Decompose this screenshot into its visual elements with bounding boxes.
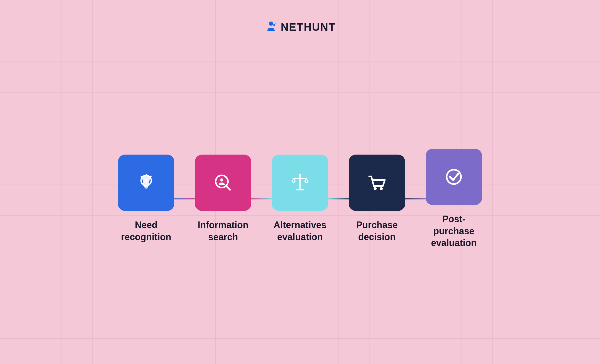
logo-text: NETHUNT (281, 21, 336, 33)
step-label-1: Need recognition (121, 219, 171, 243)
svg-line-5 (151, 176, 151, 177)
step-box-3 (272, 155, 328, 211)
connector-1 (174, 198, 195, 199)
search-icon (212, 171, 235, 194)
svg-point-22 (380, 187, 383, 190)
step-box-5 (426, 149, 482, 205)
step-item-1: Need recognition (118, 155, 174, 243)
step-label-3: Alternatives evaluation (274, 219, 326, 243)
svg-line-16 (292, 178, 294, 181)
step-box-4 (349, 155, 405, 211)
step-item-2: Information search (195, 155, 251, 243)
svg-line-4 (141, 176, 142, 177)
svg-point-21 (374, 187, 377, 190)
step-item-5: Post-purchase evaluation (426, 149, 482, 249)
svg-point-12 (220, 178, 223, 181)
svg-rect-9 (145, 188, 147, 189)
svg-point-0 (269, 22, 273, 26)
cart-icon (365, 171, 388, 194)
step-box-2 (195, 155, 251, 211)
svg-point-23 (447, 170, 461, 184)
step-label-2: Information search (198, 219, 248, 243)
connector-2 (251, 198, 272, 199)
svg-line-19 (306, 178, 308, 181)
connector-4 (405, 198, 426, 199)
step-label-5: Post-purchase evaluation (426, 213, 482, 249)
step-item-4: Purchase decision (349, 155, 405, 243)
step-box-1 (118, 155, 174, 211)
svg-line-11 (226, 186, 230, 190)
svg-point-15 (299, 174, 301, 176)
header: NETHUNT (264, 21, 336, 34)
svg-rect-8 (144, 187, 148, 188)
nethunt-logo-icon (264, 21, 278, 34)
checkmark-icon (442, 165, 465, 188)
step-label-4: Purchase decision (356, 219, 398, 243)
page-container: NETHUNT (0, 0, 600, 364)
diagram-area: Need recognition (0, 34, 600, 364)
scales-icon (288, 171, 312, 194)
connector-3 (328, 198, 349, 199)
step-item-3: Alternatives evaluation (272, 155, 328, 243)
diagram-wrapper: Need recognition (118, 149, 482, 249)
lightbulb-icon (135, 171, 158, 194)
